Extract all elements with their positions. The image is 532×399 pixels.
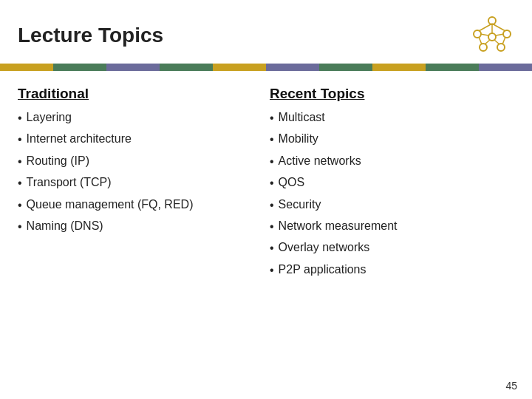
list-item: •Queue management (FQ, RED) (18, 197, 262, 214)
bullet-icon: • (270, 219, 274, 235)
list-item: •Transport (TCP) (18, 174, 262, 191)
network-icon (470, 13, 514, 58)
list-item-text: Multicast (279, 109, 325, 126)
svg-point-0 (488, 17, 496, 24)
bullet-icon: • (270, 197, 274, 214)
left-column: Traditional •Layering•Internet architect… (18, 86, 262, 283)
list-item-text: Internet architecture (27, 131, 132, 147)
bullet-icon: • (18, 110, 22, 126)
svg-point-1 (474, 30, 481, 38)
list-item-text: Overlay networks (279, 239, 370, 256)
svg-line-13 (479, 24, 492, 31)
list-item: •Active networks (270, 153, 514, 170)
slide: Lecture Topics Traditional (0, 0, 532, 399)
title-area: Lecture Topics (0, 0, 532, 58)
list-item-text: Routing (IP) (27, 153, 89, 169)
right-column-title: Recent Topics (270, 86, 514, 102)
list-item: •QOS (270, 174, 514, 191)
list-item: •Network measurement (270, 218, 514, 235)
bullet-icon: • (18, 154, 22, 170)
bullet-icon: • (18, 132, 22, 148)
bullet-icon: • (18, 219, 22, 235)
left-column-title: Traditional (18, 86, 262, 102)
list-item-text: Layering (27, 109, 72, 126)
bullet-icon: • (18, 175, 22, 191)
bullet-icon: • (270, 262, 274, 279)
bullet-icon: • (270, 132, 274, 148)
list-item: •Mobility (270, 131, 514, 148)
list-item: •Multicast (270, 109, 514, 126)
list-item-text: Mobility (279, 131, 318, 147)
list-item-text: Network measurement (279, 218, 398, 234)
svg-line-10 (494, 40, 499, 44)
bullet-icon: • (270, 110, 274, 126)
svg-line-12 (502, 37, 505, 44)
list-item: •Routing (IP) (18, 153, 262, 170)
svg-point-3 (480, 44, 487, 51)
page-number: 45 (505, 380, 517, 392)
left-bullet-list: •Layering•Internet architecture•Routing … (18, 109, 262, 235)
list-item-text: QOS (279, 174, 305, 191)
list-item-text: P2P applications (279, 262, 366, 278)
list-item: •Overlay networks (270, 239, 514, 256)
right-bullet-list: •Multicast•Mobility•Active networks•QOS•… (270, 109, 514, 279)
bullet-icon: • (270, 175, 274, 191)
list-item-text: Naming (DNS) (27, 218, 103, 234)
content-area: Traditional •Layering•Internet architect… (0, 71, 532, 290)
list-item: •Internet architecture (18, 131, 262, 148)
list-item: •Naming (DNS) (18, 218, 262, 235)
list-item-text: Queue management (FQ, RED) (27, 197, 194, 213)
right-column: Recent Topics •Multicast•Mobility•Active… (270, 86, 514, 283)
bullet-icon: • (270, 154, 274, 170)
list-item: •Layering (18, 109, 262, 126)
list-item: •Security (270, 197, 514, 214)
svg-point-4 (497, 44, 505, 51)
list-item-text: Transport (TCP) (27, 174, 112, 191)
color-bar (0, 64, 532, 71)
svg-line-11 (479, 37, 482, 44)
svg-line-14 (492, 24, 505, 31)
bullet-icon: • (270, 240, 274, 256)
bullet-icon: • (18, 197, 22, 214)
svg-line-9 (485, 40, 490, 44)
svg-point-2 (503, 30, 511, 38)
list-item-text: Active networks (279, 153, 361, 169)
list-item-text: Security (279, 197, 321, 213)
slide-title: Lecture Topics (18, 24, 163, 47)
list-item: •P2P applications (270, 262, 514, 279)
